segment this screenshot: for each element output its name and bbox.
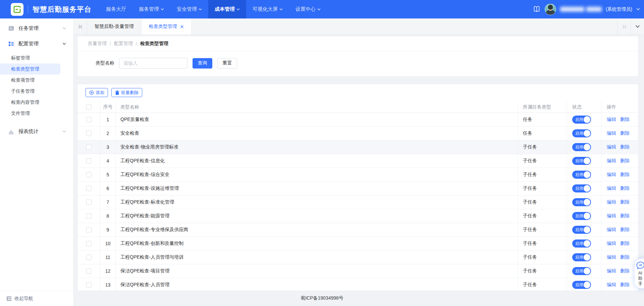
row-index-cell: 13 (100, 278, 116, 291)
status-toggle[interactable]: 启用 (572, 253, 591, 261)
sidebar-item[interactable]: 标签管理 (0, 52, 60, 63)
navbar-menu-item[interactable]: 服务管理 (132, 0, 170, 18)
delete-link[interactable]: 删除 (620, 282, 630, 288)
edit-link[interactable]: 编辑 (607, 241, 616, 247)
edit-link[interactable]: 编辑 (607, 199, 616, 205)
breadcrumb-item: 检查类型管理 (140, 41, 168, 47)
sidebar-group-2[interactable]: 配置管理 (0, 36, 73, 51)
table-row: 6工程QPE检查-设施运维管理子任务启用编辑删除 (78, 182, 638, 195)
delete-link[interactable]: 删除 (620, 268, 630, 274)
chevron-down-icon (236, 8, 240, 11)
delete-link[interactable]: 删除 (620, 213, 630, 219)
sidebar-item[interactable]: 检查内容管理 (0, 97, 60, 108)
status-toggle[interactable]: 启用 (572, 143, 591, 151)
ai-assistant-button[interactable]: AI AI助手 (635, 259, 644, 288)
navbar-menu-item[interactable]: 安全管理 (170, 0, 208, 18)
row-type-name-cell: 安全检查-物业用房管理标准 (116, 140, 518, 154)
chevron-down-icon[interactable] (636, 7, 640, 11)
status-toggle[interactable]: 启用 (572, 198, 591, 206)
delete-link[interactable]: 删除 (620, 117, 630, 123)
status-toggle[interactable]: 启用 (572, 116, 591, 124)
sidebar-menu: 任务管理配置管理标签管理检查类型管理检查项管理子任务管理检查内容管理文件管理报表… (0, 18, 73, 139)
edit-link[interactable]: 编辑 (607, 254, 616, 260)
navbar-menu-item[interactable]: 设置中心 (289, 0, 327, 18)
book-icon[interactable] (533, 6, 541, 13)
delete-link[interactable]: 删除 (620, 130, 630, 136)
delete-link[interactable]: 删除 (620, 199, 630, 205)
collapse-nav-button[interactable]: 收起导航 (0, 291, 73, 306)
edit-link[interactable]: 编辑 (607, 185, 616, 191)
edit-link[interactable]: 编辑 (607, 130, 616, 136)
row-checkbox[interactable] (86, 227, 92, 232)
row-checkbox[interactable] (86, 186, 92, 191)
tab-list-dropdown-button[interactable] (631, 18, 644, 35)
sidebar-item[interactable]: 子任务管理 (0, 86, 60, 97)
edit-link[interactable]: 编辑 (607, 158, 616, 164)
navbar-menu-item[interactable]: 可视化大屏 (246, 0, 289, 18)
edit-link[interactable]: 编辑 (607, 213, 616, 219)
delete-link[interactable]: 删除 (620, 185, 630, 191)
add-button[interactable]: 添加 (86, 88, 108, 97)
status-toggle[interactable]: 启用 (572, 212, 591, 220)
row-index-cell: 2 (100, 127, 116, 140)
row-checkbox[interactable] (86, 255, 92, 260)
row-checkbox[interactable] (86, 158, 92, 164)
row-checkbox[interactable] (86, 144, 92, 150)
edit-link[interactable]: 编辑 (607, 268, 616, 274)
row-checkbox[interactable] (86, 241, 92, 246)
status-toggle-knob (584, 144, 590, 150)
row-checkbox[interactable] (86, 117, 92, 122)
reset-button[interactable]: 重置 (217, 58, 237, 69)
row-checkbox[interactable] (86, 200, 92, 205)
edit-link[interactable]: 编辑 (607, 172, 616, 178)
type-name-input[interactable] (119, 58, 187, 69)
sidebar-group-3[interactable]: 报表统计 (0, 124, 73, 139)
row-task-type-cell: 任务 (518, 127, 567, 140)
edit-link[interactable]: 编辑 (607, 227, 616, 233)
search-button[interactable]: 查询 (193, 58, 212, 69)
status-toggle[interactable]: 启用 (572, 239, 591, 248)
delete-link[interactable]: 删除 (620, 227, 630, 233)
delete-link[interactable]: 删除 (620, 144, 630, 150)
status-toggle[interactable]: 启用 (572, 129, 591, 137)
tab[interactable]: 智慧后勤-质量管理 (87, 18, 142, 35)
edit-link[interactable]: 编辑 (607, 282, 616, 288)
row-select-cell (78, 182, 100, 195)
select-all-checkbox[interactable] (86, 104, 92, 110)
user-role-label[interactable]: (系统管理员) (606, 6, 632, 12)
close-icon[interactable] (180, 25, 184, 29)
breadcrumb-item[interactable]: 质量管理 (88, 41, 107, 47)
navbar-menu-item[interactable]: 服务大厅 (100, 0, 132, 18)
edit-link[interactable]: 编辑 (607, 117, 616, 123)
row-checkbox[interactable] (86, 268, 92, 274)
status-toggle[interactable]: 启用 (572, 226, 591, 234)
avatar[interactable] (545, 4, 556, 15)
batch-delete-button[interactable]: 批量删除 (111, 88, 142, 97)
delete-link[interactable]: 删除 (620, 158, 630, 164)
status-toggle[interactable]: 启用 (572, 157, 591, 165)
sidebar-item[interactable]: 检查类型管理 (0, 63, 60, 75)
delete-link[interactable]: 删除 (620, 254, 630, 260)
sidebar-item[interactable]: 文件管理 (0, 108, 60, 119)
row-checkbox[interactable] (86, 213, 92, 219)
status-toggle[interactable]: 启用 (572, 184, 591, 192)
delete-link[interactable]: 删除 (620, 172, 630, 178)
navbar-menu-item[interactable]: 成本管理 (208, 0, 246, 18)
status-toggle[interactable]: 启用 (572, 281, 591, 289)
delete-link[interactable]: 删除 (620, 241, 630, 247)
tab[interactable]: 检查类型管理 (142, 18, 192, 35)
breadcrumb-item[interactable]: 配置管理 (114, 41, 133, 47)
row-checkbox[interactable] (86, 282, 92, 288)
status-toggle-knob (584, 199, 590, 206)
scroll-tabs-right-button[interactable] (617, 18, 631, 35)
row-checkbox[interactable] (86, 172, 92, 177)
row-checkbox[interactable] (86, 131, 92, 136)
edit-link[interactable]: 编辑 (607, 144, 616, 150)
sidebar-item[interactable]: 检查项管理 (0, 75, 60, 86)
status-toggle[interactable]: 启用 (572, 267, 591, 275)
status-toggle[interactable]: 启用 (572, 171, 591, 179)
row-status-cell: 启用 (567, 278, 601, 291)
sidebar-group-1[interactable]: 任务管理 (0, 20, 73, 36)
scroll-tabs-left-button[interactable] (74, 18, 87, 35)
table-row: 13保洁QPE检查-人员管理子任务启用编辑删除 (78, 278, 638, 291)
